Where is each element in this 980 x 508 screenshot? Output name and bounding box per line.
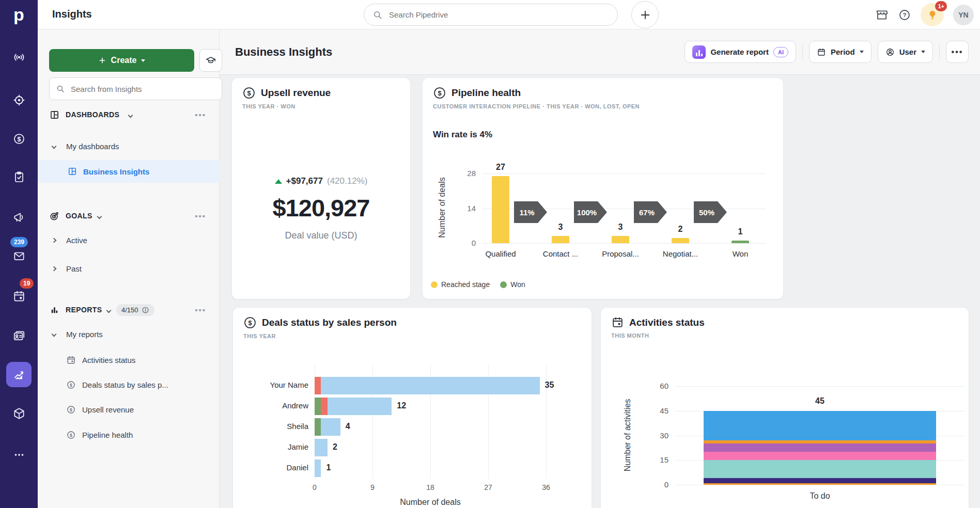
calendar-icon[interactable]: 19 — [6, 283, 32, 309]
pipeline-funnel-chart: 0142827Qualified3Contact ...3Proposal...… — [423, 145, 784, 274]
hbar-segment-won[interactable] — [315, 418, 321, 436]
global-search-input[interactable] — [388, 10, 609, 20]
sidebar-section-dashboards[interactable]: DASHBOARDS ••• — [38, 108, 220, 121]
hbar-category-label: Your Name — [233, 380, 308, 389]
dashboard-canvas: $ Upsell revenue THIS YEAR · WON +$97,67… — [220, 75, 980, 508]
sidebar-group-my-dashboards[interactable]: My dashboards — [38, 140, 220, 152]
marketplace-icon[interactable] — [875, 8, 889, 22]
dashboard-area: Business Insights Generate report AI Per… — [220, 29, 980, 508]
insights-icon[interactable] — [6, 362, 32, 387]
stack-segment[interactable] — [704, 478, 936, 483]
insights-search[interactable] — [49, 77, 222, 100]
funnel-bar-value: 1 — [725, 227, 756, 236]
goals-more-button[interactable]: ••• — [195, 212, 206, 220]
funnel-gridline — [482, 173, 766, 174]
chevron-right-icon — [52, 266, 57, 271]
create-button[interactable]: Create — [49, 49, 194, 72]
stack-segment[interactable] — [704, 483, 936, 485]
stack-category-label: To do — [789, 491, 851, 501]
sidebar-item-goals-past[interactable]: Past — [38, 262, 220, 275]
whats-new-button[interactable]: 1+ — [921, 3, 944, 26]
chevron-down-icon — [860, 51, 864, 53]
reports-count-label: 4/150 — [121, 306, 138, 314]
info-icon[interactable] — [142, 306, 149, 314]
user-avatar[interactable]: YN — [953, 5, 974, 25]
funnel-bar[interactable] — [492, 176, 509, 243]
legend-dot — [431, 281, 438, 288]
hbar-xtick-label: 36 — [535, 483, 557, 491]
more-apps-icon[interactable] — [6, 442, 32, 467]
card-title[interactable]: Pipeline health — [452, 87, 521, 99]
hbar-segment-won[interactable] — [315, 398, 321, 415]
card-filters: THIS YEAR · WON — [242, 103, 400, 109]
period-filter-button[interactable]: Period — [809, 41, 872, 63]
insights-search-input[interactable] — [70, 84, 215, 94]
card-title[interactable]: Activities status — [629, 317, 705, 328]
funnel-ytick-label: 0 — [454, 239, 476, 247]
dashboard-more-button[interactable]: ••• — [946, 41, 969, 63]
mail-icon[interactable]: 239 — [6, 243, 32, 268]
learn-button[interactable] — [199, 49, 222, 72]
svg-text:$: $ — [70, 382, 72, 387]
products-cube-icon[interactable] — [6, 401, 32, 426]
sidebar-item-goals-active[interactable]: Active — [38, 234, 220, 246]
sidebar-item-activities-status[interactable]: Activities status — [38, 354, 220, 366]
sidebar-section-goals[interactable]: GOALS ••• — [38, 210, 220, 222]
hbar-segment-open[interactable] — [321, 418, 340, 436]
hbar-segment-open[interactable] — [328, 398, 392, 415]
search-icon — [56, 84, 65, 93]
card-title[interactable]: Deals status by sales person — [262, 317, 397, 328]
quick-add-button[interactable] — [631, 1, 659, 28]
stack-segment[interactable] — [704, 411, 936, 440]
sidebar-item-deals-status[interactable]: $ Deals status by sales p... — [38, 378, 220, 391]
goals-target-icon — [49, 211, 60, 221]
legend-label: Reached stage — [441, 280, 490, 289]
reports-more-button[interactable]: ••• — [195, 306, 206, 314]
legend-label: Won — [510, 280, 525, 289]
leads-target-icon[interactable] — [6, 87, 32, 113]
projects-clipboard-icon[interactable] — [6, 164, 32, 189]
deal-dollar-icon: $ — [66, 405, 76, 415]
sidebar-item-business-insights[interactable]: Business Insights — [38, 160, 220, 183]
funnel-bar[interactable] — [672, 238, 689, 243]
stack-segment[interactable] — [704, 452, 936, 460]
card-filters: THIS MONTH — [611, 332, 958, 339]
campaigns-megaphone-icon[interactable] — [6, 204, 32, 230]
hbar-segment-open[interactable] — [315, 439, 328, 456]
dashboard-header: Business Insights Generate report AI Per… — [220, 29, 980, 75]
pipedrive-logo[interactable]: p — [0, 0, 38, 29]
ai-report-icon — [692, 45, 706, 59]
stack-segment[interactable] — [704, 460, 936, 478]
search-icon — [372, 10, 383, 20]
funnel-bar[interactable] — [732, 241, 749, 243]
user-filter-button[interactable]: User — [878, 41, 933, 63]
prospector-icon[interactable] — [6, 44, 32, 70]
bar-chart-icon — [49, 305, 60, 315]
hbar-segment-open[interactable] — [315, 459, 321, 477]
stack-segment[interactable] — [704, 443, 936, 452]
dashboards-more-button[interactable]: ••• — [195, 110, 206, 119]
generate-report-button[interactable]: Generate report AI — [685, 41, 796, 63]
hbar-segment-lost[interactable] — [321, 398, 327, 415]
deals-icon[interactable]: $ — [6, 126, 32, 151]
stack-segment[interactable] — [704, 440, 936, 443]
group-label: My dashboards — [66, 142, 119, 151]
sidebar-section-reports[interactable]: REPORTS 4/150 ••• — [38, 304, 220, 316]
deals-status-card: $ Deals status by sales person THIS YEAR… — [232, 307, 592, 508]
legend-item[interactable]: Won — [500, 280, 525, 289]
topbar: Insights ? 1+ YN — [38, 0, 980, 29]
sidebar-item-pipeline-health[interactable]: $ Pipeline health — [38, 428, 220, 441]
funnel-bar[interactable] — [552, 236, 569, 243]
hbar-segment-lost[interactable] — [315, 377, 321, 394]
sidebar-group-my-reports[interactable]: My reports — [38, 328, 220, 340]
help-icon[interactable]: ? — [898, 8, 911, 22]
sidebar-item-upsell-revenue[interactable]: $ Upsell revenue — [38, 403, 220, 416]
funnel-bar[interactable] — [612, 236, 629, 243]
card-title[interactable]: Upsell revenue — [261, 87, 331, 99]
deal-dollar-icon: $ — [433, 86, 446, 100]
chevron-down-icon — [52, 144, 57, 149]
legend-item[interactable]: Reached stage — [431, 280, 490, 289]
hbar-segment-open[interactable] — [321, 377, 539, 394]
global-search[interactable] — [364, 4, 618, 26]
contacts-icon[interactable] — [6, 323, 32, 348]
